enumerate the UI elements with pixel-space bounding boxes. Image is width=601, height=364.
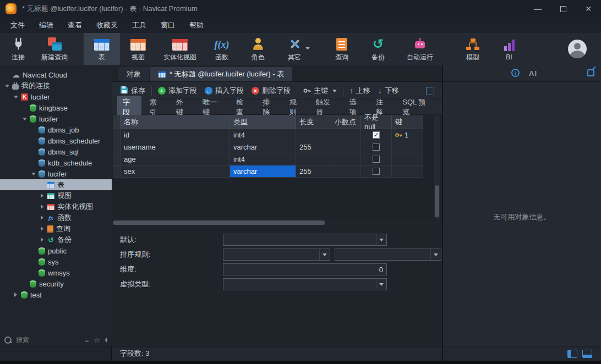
- checkbox-unchecked[interactable]: [373, 168, 380, 175]
- cell-length[interactable]: [296, 153, 331, 166]
- column-header-key[interactable]: 键: [392, 115, 423, 129]
- cell-key[interactable]: [392, 141, 423, 153]
- menu-tools[interactable]: 工具: [125, 18, 154, 32]
- sidebar-item-kdb-schedule[interactable]: kdb_schedule: [0, 157, 112, 168]
- sidebar-item-public[interactable]: public: [0, 245, 112, 256]
- table-row-selected[interactable]: sex varchar 255: [113, 166, 423, 178]
- sidebar-item-dbms-sql[interactable]: dbms_sql: [0, 146, 112, 157]
- cell-not-null[interactable]: [361, 166, 392, 178]
- cell-type[interactable]: int4: [230, 129, 296, 141]
- cell-key[interactable]: [392, 166, 423, 178]
- checkbox-unchecked[interactable]: [373, 156, 380, 163]
- minimize-button[interactable]: —: [525, 0, 550, 18]
- toggle-left-panel-icon[interactable]: [567, 350, 577, 358]
- chevron-down-icon[interactable]: [376, 234, 386, 245]
- sidebar-item-kingbase-db[interactable]: kingbase: [0, 102, 112, 113]
- sidebar-item-navicat-cloud[interactable]: ☁ Navicat Cloud: [0, 69, 112, 80]
- collation-select-1[interactable]: [223, 249, 330, 261]
- menu-file[interactable]: 文件: [3, 18, 32, 32]
- toolbar-new-query-button[interactable]: 新建查询: [36, 33, 73, 65]
- sidebar-item-wmsys[interactable]: wmsys: [0, 267, 112, 278]
- menu-window[interactable]: 窗口: [154, 18, 182, 32]
- vertical-scrollbar[interactable]: [434, 115, 440, 219]
- filter-icon[interactable]: ≡: [85, 336, 89, 344]
- virtual-type-select[interactable]: [223, 278, 387, 290]
- cell-type[interactable]: varchar: [230, 141, 296, 153]
- cell-type-selected[interactable]: varchar: [230, 166, 296, 178]
- sidebar-item-queries[interactable]: 查询: [0, 223, 112, 234]
- cell-length[interactable]: [296, 129, 331, 141]
- expand-arrow-icon[interactable]: [40, 205, 45, 209]
- cell-decimals[interactable]: [331, 129, 361, 141]
- expand-arrow-icon[interactable]: [13, 293, 18, 297]
- sidebar-item-sys[interactable]: sys: [0, 256, 112, 267]
- cell-decimals[interactable]: [331, 141, 361, 153]
- toolbar-backup-button[interactable]: ↺ 备份: [360, 33, 396, 65]
- column-header-decimals[interactable]: 小数点: [331, 115, 361, 129]
- expand-arrow-icon[interactable]: [40, 194, 45, 198]
- sidebar-item-lucifer-connection[interactable]: K lucifer: [0, 91, 112, 102]
- cell-key[interactable]: [392, 153, 423, 166]
- column-header-not-null[interactable]: 不是 null: [361, 115, 392, 129]
- sidebar-item-lucifer-db[interactable]: lucifer: [0, 113, 112, 124]
- toolbar-bi-button[interactable]: BI: [491, 33, 527, 65]
- menu-view[interactable]: 查看: [61, 18, 89, 32]
- tab-table-designer[interactable]: * 无标题 @lucifer.lucifer (lucifer) - 表: [150, 67, 292, 81]
- column-header-length[interactable]: 长度: [296, 115, 331, 129]
- table-row[interactable]: age int4: [113, 153, 423, 166]
- sidebar-item-my-connections[interactable]: 我的连接: [0, 80, 112, 91]
- sidebar-item-materialized-views[interactable]: 实体化视图: [0, 201, 112, 212]
- toolbar-query-button[interactable]: 查询: [324, 33, 360, 65]
- maximize-button[interactable]: [550, 0, 576, 18]
- popout-panel-icon[interactable]: [587, 69, 594, 76]
- cell-length[interactable]: 255: [296, 166, 331, 178]
- dimension-input[interactable]: 0: [223, 263, 387, 275]
- sidebar-item-lucifer-schema[interactable]: lucifer: [0, 168, 112, 179]
- menu-favorites[interactable]: 收藏夹: [89, 18, 125, 32]
- sidebar-item-views[interactable]: 视图: [0, 190, 112, 201]
- toolbar-materialized-view-button[interactable]: 实体化视图: [156, 33, 204, 65]
- cell-key[interactable]: 1: [392, 129, 423, 141]
- toolbar-view-button[interactable]: 视图: [120, 33, 156, 65]
- collation-select-2[interactable]: [335, 249, 441, 261]
- info-icon[interactable]: i: [511, 69, 520, 77]
- user-avatar[interactable]: [568, 40, 587, 58]
- cell-length[interactable]: 255: [296, 141, 331, 153]
- collapse-all-icon[interactable]: ▴▾: [105, 337, 107, 343]
- table-row[interactable]: id int4 ✓ 1: [113, 129, 423, 141]
- sidebar-item-dbms-scheduler[interactable]: dbms_scheduler: [0, 135, 112, 146]
- cell-type[interactable]: int4: [230, 153, 296, 166]
- toolbar-connection-button[interactable]: 连接: [0, 33, 36, 65]
- toolbar-function-button[interactable]: f(x) 函数: [204, 33, 240, 65]
- expand-arrow-icon[interactable]: [40, 216, 45, 220]
- chevron-down-icon[interactable]: [430, 249, 441, 260]
- primary-key-dropdown-icon[interactable]: [332, 90, 337, 92]
- cell-not-null[interactable]: [361, 153, 392, 166]
- expand-arrow-icon[interactable]: [40, 227, 45, 231]
- toggle-bottom-panel-icon[interactable]: [582, 350, 592, 358]
- chevron-down-icon[interactable]: [376, 279, 386, 290]
- column-header-name[interactable]: 名称: [121, 115, 230, 129]
- sidebar-item-functions[interactable]: fx 函数: [0, 212, 112, 223]
- default-select[interactable]: [223, 234, 387, 246]
- menu-help[interactable]: 帮助: [182, 18, 211, 32]
- sidebar-item-dbms-job[interactable]: dbms_job: [0, 124, 112, 135]
- horizontal-scrollbar[interactable]: [113, 219, 433, 226]
- toolbar-table-button[interactable]: 表: [84, 33, 120, 65]
- toolbar-role-button[interactable]: 角色: [240, 33, 276, 65]
- ai-tab-label[interactable]: AI: [529, 69, 537, 78]
- close-button[interactable]: ✕: [576, 0, 601, 18]
- toolbar-automation-button[interactable]: 自动运行: [396, 33, 444, 65]
- sidebar-item-backups[interactable]: ↺ 备份: [0, 234, 112, 245]
- expand-arrow-icon[interactable]: [31, 173, 36, 175]
- chevron-down-icon[interactable]: [319, 249, 330, 260]
- horizontal-scrollbar-thumb[interactable]: [113, 220, 325, 225]
- toolbar-model-button[interactable]: 模型: [455, 33, 491, 65]
- others-dropdown-icon[interactable]: [305, 47, 310, 49]
- expand-arrow-icon[interactable]: [22, 118, 27, 120]
- table-row[interactable]: username varchar 255: [113, 141, 423, 153]
- search-input[interactable]: [15, 335, 81, 344]
- toolbar-others-button[interactable]: 其它: [276, 33, 313, 65]
- cell-decimals[interactable]: [331, 166, 361, 178]
- vertical-scrollbar-thumb[interactable]: [435, 185, 439, 217]
